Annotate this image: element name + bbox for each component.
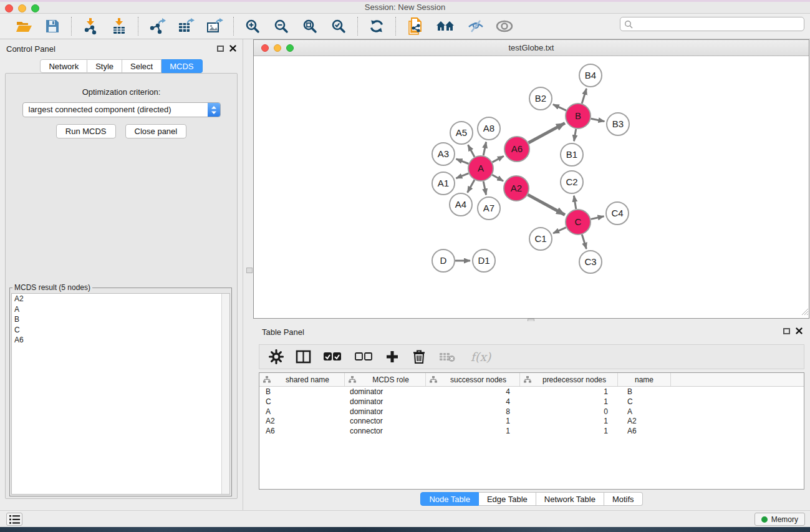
graph-edge-C-C1[interactable] [553,228,566,233]
table-row[interactable]: A2connector11A2 [259,416,804,426]
zoom-selected-button[interactable] [329,17,348,36]
graph-edge-C-C2[interactable] [574,196,576,210]
close-table-panel-icon[interactable] [796,327,803,334]
tab-node-table[interactable]: Node Table [420,492,479,506]
zoom-out-button[interactable] [272,17,291,36]
close-panel-icon[interactable] [229,45,236,52]
graph-edge-A-A3[interactable] [456,159,469,164]
graph-node-A2[interactable]: A2 [504,176,529,201]
unselect-all-button[interactable] [354,349,374,365]
zoom-network-window-button[interactable] [286,44,294,52]
close-window-button[interactable] [5,4,13,12]
export-image-button[interactable] [205,17,224,36]
minimize-window-button[interactable] [18,4,26,12]
graph-node-D1[interactable]: D1 [473,249,495,272]
result-item[interactable]: A2 [12,294,229,304]
export-table-button[interactable] [176,17,195,36]
save-session-button[interactable] [43,17,62,36]
delete-table-button[interactable] [438,349,456,365]
column-header-MCDS-role[interactable]: MCDS role [345,373,426,386]
graph-node-A8[interactable]: A8 [478,117,500,140]
graph-node-A7[interactable]: A7 [478,197,500,220]
show-columns-button[interactable] [295,349,311,365]
graph-edge-A-A7[interactable] [483,181,486,195]
graph-node-B3[interactable]: B3 [607,113,629,135]
graph-edge-A-A4[interactable] [468,180,475,192]
task-history-button[interactable] [6,513,22,526]
result-scrollbar[interactable] [221,294,229,494]
table-row[interactable]: Adominator80A [259,407,804,417]
graph-node-D[interactable]: D [432,249,455,272]
result-item[interactable]: A [12,304,229,315]
tab-edge-table[interactable]: Edge Table [479,492,536,506]
graph-node-C1[interactable]: C1 [529,228,552,250]
graph-edge-B-B2[interactable] [553,104,566,110]
zoom-window-button[interactable] [31,4,39,12]
tab-network[interactable]: Network [40,59,87,73]
graph-node-A3[interactable]: A3 [432,143,455,165]
graph-edge-C-C4[interactable] [591,216,604,220]
graph-node-A1[interactable]: A1 [432,172,455,195]
graph-edge-C-C3[interactable] [582,235,586,249]
graph-node-C2[interactable]: C2 [561,171,583,193]
export-network-button[interactable] [148,17,166,36]
graph-edge-A-A6[interactable] [493,156,504,162]
graph-node-B1[interactable]: B1 [561,143,583,166]
add-row-button[interactable] [384,349,400,365]
delete-row-button[interactable] [411,349,427,365]
graph-node-A6[interactable]: A6 [504,137,529,162]
graph-edge-B-B1[interactable] [574,129,576,142]
graph-node-A5[interactable]: A5 [450,122,473,144]
tab-motifs[interactable]: Motifs [604,492,643,506]
result-item[interactable]: A6 [12,335,229,346]
table-row[interactable]: A6connector11A6 [259,426,804,436]
graph-edge-A6-B[interactable] [529,123,565,143]
search-input[interactable] [633,18,804,30]
graph-node-B2[interactable]: B2 [529,87,552,110]
graph-edge-A-A2[interactable] [492,175,503,181]
table-row[interactable]: Bdominator41B [259,387,804,397]
graph-node-C[interactable]: C [566,210,591,235]
column-header-predecessor-nodes[interactable]: predecessor nodes [520,373,618,386]
search-box[interactable] [620,17,804,31]
table-settings-button[interactable] [268,349,284,365]
graph-node-B[interactable]: B [566,104,591,128]
zoom-in-button[interactable] [243,17,262,36]
run-mcds-button[interactable]: Run MCDS [56,124,116,138]
result-item[interactable]: C [12,325,229,336]
network-window-titlebar[interactable]: testGlobe.txt [254,40,809,56]
tab-mcds[interactable]: MCDS [162,59,202,73]
graph-node-A[interactable]: A [468,156,493,181]
select-all-button[interactable] [322,349,343,365]
tab-select[interactable]: Select [122,59,162,73]
graph-node-C4[interactable]: C4 [606,202,629,225]
float-table-panel-icon[interactable] [783,328,790,334]
float-panel-icon[interactable] [217,46,224,52]
graph-edge-A2-C[interactable] [528,195,565,215]
network-canvas[interactable]: B4B2BB3A8A5A6A3B1AA1C2A2A4A7C4CC1DD1C3 [254,56,809,318]
graph-edge-B-B3[interactable] [591,118,605,121]
import-network-button[interactable] [81,17,100,36]
open-file-button[interactable] [14,17,33,36]
tab-style[interactable]: Style [87,59,122,73]
graph-node-C3[interactable]: C3 [579,251,602,273]
graph-edge-A-A5[interactable] [468,145,475,157]
graph-node-B4[interactable]: B4 [579,64,602,87]
minimize-network-window-button[interactable] [274,44,281,52]
open-session-document-button[interactable] [405,17,424,36]
memory-button[interactable]: Memory [755,513,805,526]
close-panel-button[interactable]: Close panel [125,124,187,138]
graph-edge-A-A1[interactable] [456,173,468,178]
close-network-window-button[interactable] [261,44,269,52]
window-resize-grip[interactable] [800,306,808,317]
table-row[interactable]: Cdominator41C [259,397,804,407]
column-header-name[interactable]: name [618,373,671,386]
column-header-shared-name[interactable]: shared name [259,373,345,386]
tab-network-table[interactable]: Network Table [536,492,604,506]
import-table-button[interactable] [110,17,128,36]
home-pair-button[interactable] [434,17,456,36]
optimization-select[interactable]: largest connected component (directed) [22,102,221,117]
graph-node-A4[interactable]: A4 [450,193,472,216]
function-builder-button[interactable]: f(x) [467,349,494,365]
graph-edge-B-B4[interactable] [582,89,586,104]
